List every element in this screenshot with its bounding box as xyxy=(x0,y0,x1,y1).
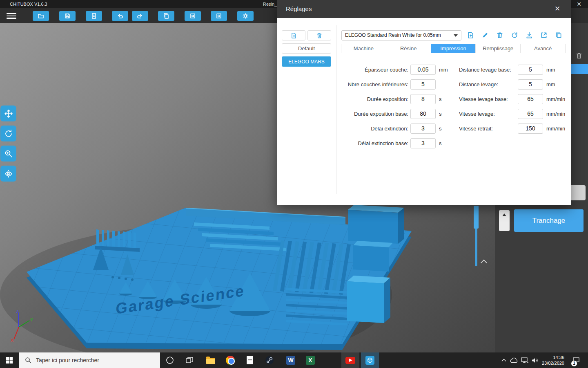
windows-taskbar: Taper ici pour rechercher W X xyxy=(0,352,588,368)
window-close-button[interactable]: ✕ xyxy=(574,0,584,8)
copy-button[interactable] xyxy=(158,11,174,21)
bottom-lift-speed-input[interactable]: 65 xyxy=(518,94,543,104)
clock-date: 23/02/2020 xyxy=(537,360,564,366)
tray-chevron-up-button[interactable] xyxy=(499,352,509,368)
rename-profile-button[interactable] xyxy=(479,29,491,41)
axis-y-label: Y xyxy=(30,317,33,322)
reset-profile-button[interactable] xyxy=(509,29,520,41)
settings-button[interactable] xyxy=(237,11,254,21)
move-tool-button[interactable] xyxy=(0,105,16,121)
taskbar-app-explorer[interactable] xyxy=(202,352,220,368)
bottom-lift-distance-input[interactable]: 5 xyxy=(518,65,543,75)
machine-item-default[interactable]: Default xyxy=(282,43,331,54)
taskbar-app-excel[interactable]: X xyxy=(301,352,319,368)
tab-remplissage[interactable]: Remplissage xyxy=(475,44,521,53)
field-row: Délai extinction base: 3 s xyxy=(277,138,571,148)
dialog-close-button[interactable]: ✕ xyxy=(550,0,565,18)
resin-profile-value: ELEGOO Standard Resin White for 0.05mm xyxy=(345,31,441,40)
taskbar-app-word[interactable]: W xyxy=(282,352,300,368)
import-model-button[interactable] xyxy=(86,11,102,21)
slice-button[interactable]: Tranchage xyxy=(514,209,584,232)
delete-machine-button[interactable] xyxy=(307,30,331,40)
field-row: Vitesse retrait: 150 mm/min xyxy=(277,123,571,134)
dig-hole-button[interactable] xyxy=(211,11,227,21)
folder-icon xyxy=(206,358,215,364)
export-profile-button[interactable] xyxy=(538,29,550,41)
field-label: Distance levage: xyxy=(459,79,520,90)
dialog-header: Réglages ✕ xyxy=(277,0,571,18)
search-icon xyxy=(25,357,31,364)
cloud-icon xyxy=(510,357,518,363)
field-row: Vitesse levage: 65 mm/min xyxy=(277,109,571,119)
duplicate-icon xyxy=(555,31,562,39)
import-icon xyxy=(526,31,533,39)
hollow-button[interactable] xyxy=(185,11,201,21)
delete-model-button[interactable] xyxy=(574,51,584,61)
chevron-up-icon[interactable] xyxy=(480,259,488,264)
dialog-title: Réglages xyxy=(286,0,312,18)
rotate-tool-button[interactable] xyxy=(0,126,16,141)
taskbar-app-steam[interactable] xyxy=(261,352,278,368)
scale-icon xyxy=(4,149,13,158)
field-unit: mm xyxy=(546,65,555,75)
mirror-icon xyxy=(4,169,13,178)
save-button[interactable] xyxy=(59,11,76,21)
task-view-icon xyxy=(186,357,193,364)
field-unit: mm/min xyxy=(546,109,565,119)
scale-tool-button[interactable] xyxy=(0,146,16,162)
task-view-button[interactable] xyxy=(181,352,198,368)
resin-profile-dropdown[interactable]: ELEGOO Standard Resin White for 0.05mm xyxy=(341,30,461,40)
taskbar-app-youtube[interactable] xyxy=(341,352,359,368)
chrome-icon xyxy=(226,356,235,365)
tab-resine[interactable]: Résine xyxy=(386,44,431,53)
delete-profile-button[interactable] xyxy=(494,29,506,41)
rotate-icon xyxy=(4,129,13,138)
cortana-button[interactable] xyxy=(163,352,177,368)
hollow-icon xyxy=(189,13,196,19)
windows-logo-icon xyxy=(6,357,13,364)
undo-icon xyxy=(117,13,123,19)
import-icon xyxy=(91,13,97,19)
slice-spinner-control[interactable] xyxy=(499,210,510,231)
trash-icon xyxy=(496,31,503,39)
trash-icon xyxy=(316,32,323,39)
duplicate-profile-button[interactable] xyxy=(553,29,564,41)
add-machine-button[interactable] xyxy=(282,30,305,40)
field-row: Distance levage base: 5 mm xyxy=(277,65,571,75)
network-icon xyxy=(521,357,528,364)
bottom-light-off-delay-input[interactable]: 3 xyxy=(410,138,436,148)
layer-slider-handle[interactable] xyxy=(474,206,479,229)
redo-button[interactable] xyxy=(132,11,148,21)
undo-button[interactable] xyxy=(112,11,128,21)
taskbar-search-input[interactable]: Taper ici pour rechercher xyxy=(19,352,160,368)
export-icon xyxy=(540,31,548,39)
import-profile-button[interactable] xyxy=(523,29,535,41)
add-profile-button[interactable] xyxy=(465,29,476,41)
start-button[interactable] xyxy=(0,352,19,368)
field-unit: mm/min xyxy=(546,94,565,104)
chitubox-icon xyxy=(365,356,374,365)
document-icon xyxy=(247,356,253,364)
add-file-icon xyxy=(467,31,474,39)
taskbar-app-notepad[interactable] xyxy=(241,352,259,368)
tray-network-button[interactable] xyxy=(519,352,530,368)
tray-clock[interactable]: 14:36 23/02/2020 xyxy=(537,355,564,366)
tray-onedrive-button[interactable] xyxy=(509,352,519,368)
chevron-up-icon xyxy=(501,359,506,362)
retract-speed-input[interactable]: 150 xyxy=(518,123,543,134)
field-label: Distance levage base: xyxy=(459,65,520,75)
open-file-button[interactable] xyxy=(33,11,49,21)
tab-impression[interactable]: Impression xyxy=(431,44,476,53)
action-center-button[interactable] xyxy=(569,352,583,368)
tab-avance[interactable]: Avancé xyxy=(520,44,566,53)
copy-icon xyxy=(163,13,169,19)
lift-speed-input[interactable]: 65 xyxy=(518,109,543,119)
lift-distance-input[interactable]: 5 xyxy=(518,79,543,90)
taskbar-app-chrome[interactable] xyxy=(221,352,239,368)
mirror-tool-button[interactable] xyxy=(0,166,16,182)
menu-button[interactable] xyxy=(7,12,16,19)
field-label: Vitesse retrait: xyxy=(459,123,520,134)
field-label: Délai extinction base: xyxy=(346,138,408,148)
tab-machine[interactable]: Machine xyxy=(341,44,386,53)
taskbar-app-chitubox[interactable] xyxy=(361,352,379,368)
